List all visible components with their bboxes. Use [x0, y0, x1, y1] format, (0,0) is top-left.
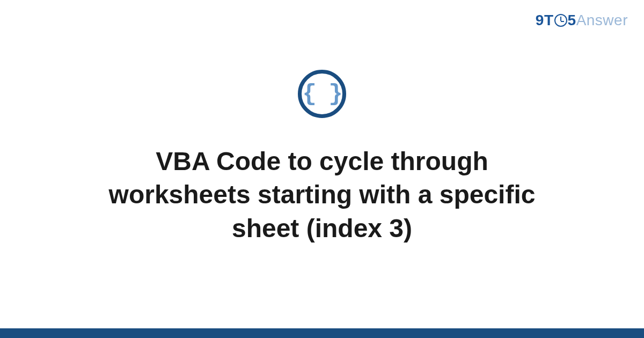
brand-answer: Answer: [576, 12, 628, 28]
main-content: { } VBA Code to cycle through worksheets…: [0, 70, 644, 245]
clock-icon: [554, 14, 567, 27]
page-title: VBA Code to cycle through worksheets sta…: [75, 145, 569, 245]
brand-five: 5: [568, 12, 576, 28]
brand-t: T: [544, 12, 554, 28]
brand-nine: 9: [536, 12, 544, 28]
site-brand: 9T5Answer: [536, 12, 628, 29]
footer-decoration-bar: [0, 328, 644, 338]
code-braces-icon: { }: [302, 80, 341, 107]
topic-icon-circle: { }: [298, 70, 346, 118]
